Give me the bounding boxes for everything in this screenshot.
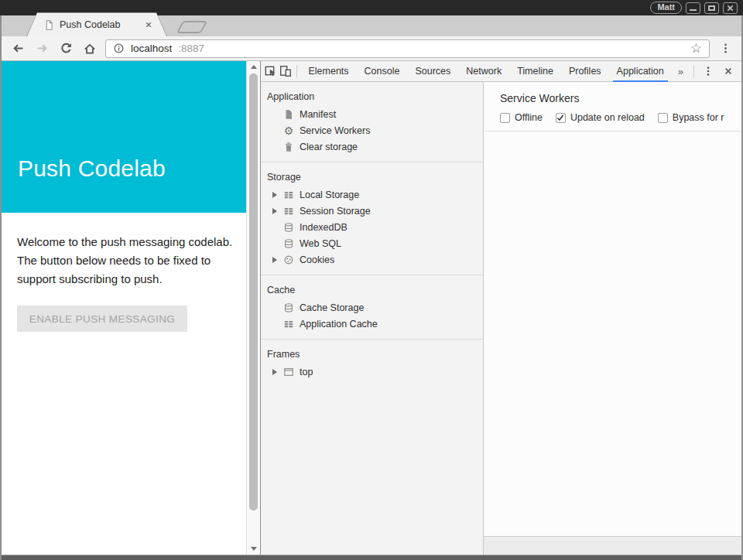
checkbox-icon[interactable]: [556, 113, 566, 123]
tab-elements[interactable]: Elements: [300, 61, 356, 82]
scrollbar-track[interactable]: [247, 73, 260, 543]
devtools-menu-button[interactable]: [698, 61, 718, 81]
menu-dots-icon: [720, 42, 731, 55]
address-bar[interactable]: localhost:8887 ☆: [105, 39, 710, 58]
checkbox-label: Bypass for r: [673, 112, 724, 123]
frame-icon: [282, 366, 295, 378]
enable-push-button[interactable]: ENABLE PUSH MESSAGING: [17, 306, 187, 332]
scroll-down-icon: [251, 547, 257, 551]
tab-console[interactable]: Console: [357, 61, 408, 82]
panel-title: Service Workers: [484, 82, 741, 112]
home-icon: [83, 42, 97, 56]
browser-menu-button[interactable]: [717, 40, 734, 57]
page-icon: [44, 19, 54, 31]
devtools-body: Application Manifest ⚙: [261, 82, 741, 555]
scroll-up-button[interactable]: [247, 61, 260, 73]
panel-bottom-strip: [484, 536, 741, 555]
back-button[interactable]: [9, 40, 26, 57]
sidebar-item-label: Cookies: [300, 254, 334, 265]
checkbox-icon[interactable]: [500, 113, 510, 123]
section-title: Cache: [261, 279, 483, 299]
scrollbar-thumb[interactable]: [249, 73, 258, 510]
reload-button[interactable]: [57, 40, 74, 57]
table-icon: [282, 189, 295, 201]
browser-toolbar: localhost:8887 ☆: [2, 36, 741, 61]
offline-checkbox[interactable]: Offline: [500, 112, 543, 123]
sidebar-item-clear-storage[interactable]: Clear storage: [261, 138, 483, 155]
file-icon: [282, 108, 295, 121]
devtools-close-button[interactable]: [718, 61, 738, 81]
gear-icon: ⚙: [282, 125, 295, 137]
sidebar-item-cookies[interactable]: Cookies: [261, 251, 483, 268]
page-title: Push Codelab: [18, 155, 246, 182]
sidebar-item-label: Cache Storage: [300, 302, 364, 313]
browser-window: Matt Push Codelab: [0, 0, 743, 560]
inspect-cursor-icon: [265, 65, 277, 77]
browser-tab[interactable]: Push Codelab: [26, 12, 167, 36]
user-badge: Matt: [650, 2, 682, 14]
cookie-icon: [282, 254, 295, 266]
arrow-slot: [272, 369, 282, 375]
inspect-element-button[interactable]: [264, 61, 278, 81]
sidebar-item-label: Local Storage: [300, 190, 359, 200]
sidebar-item-top-frame[interactable]: top: [261, 364, 483, 380]
sidebar-item-label: IndexedDB: [300, 222, 348, 233]
bookmark-star-icon[interactable]: ☆: [690, 43, 702, 55]
url-port: :8887: [178, 43, 204, 54]
disclosure-triangle-icon[interactable]: [272, 257, 277, 263]
minimize-button[interactable]: [686, 2, 700, 14]
scroll-up-icon: [251, 65, 257, 69]
tab-timeline[interactable]: Timeline: [509, 61, 561, 82]
checkbox-icon[interactable]: [658, 113, 668, 123]
new-tab-button[interactable]: [176, 21, 208, 33]
sidebar-item-cache-storage[interactable]: Cache Storage: [261, 299, 483, 316]
service-workers-toolbar: Offline Update on reload: [484, 112, 741, 131]
sidebar-item-application-cache[interactable]: Application Cache: [261, 316, 483, 332]
table-icon: [282, 205, 295, 217]
tab-application[interactable]: Application: [609, 61, 672, 82]
close-icon: [727, 5, 734, 12]
sidebar-item-label: Service Workers: [300, 125, 370, 136]
more-tabs-icon[interactable]: »: [672, 66, 690, 77]
sidebar-item-session-storage[interactable]: Session Storage: [261, 203, 483, 219]
application-sidebar: Application Manifest ⚙: [261, 82, 484, 555]
panel-empty-area: [484, 131, 741, 536]
info-icon[interactable]: [113, 43, 125, 54]
active-tab-underline: [613, 80, 668, 82]
close-window-button[interactable]: [723, 2, 738, 14]
page-body: Welcome to the push messaging codelab. T…: [2, 213, 246, 332]
forward-button[interactable]: [33, 40, 50, 57]
disclosure-triangle-icon[interactable]: [272, 192, 277, 198]
minimize-icon: [690, 9, 697, 11]
scroll-down-button[interactable]: [247, 543, 260, 555]
disclosure-triangle-icon[interactable]: [272, 369, 277, 375]
home-button[interactable]: [81, 40, 98, 57]
page-hero: Push Codelab: [2, 61, 246, 213]
device-toolbar-button[interactable]: [278, 61, 292, 81]
sidebar-item-local-storage[interactable]: Local Storage: [261, 186, 483, 203]
tab-profiles[interactable]: Profiles: [561, 61, 609, 82]
sidebar-section-cache: Cache Cache Storage: [261, 275, 483, 340]
database-icon: [282, 221, 295, 234]
tab-network[interactable]: Network: [458, 61, 509, 82]
sidebar-item-indexeddb[interactable]: IndexedDB: [261, 219, 483, 235]
menu-dots-icon: [703, 65, 714, 77]
sidebar-item-service-workers[interactable]: ⚙ Service Workers: [261, 122, 483, 138]
database-icon: [282, 237, 295, 250]
disclosure-triangle-icon[interactable]: [272, 208, 277, 214]
sidebar-item-label: Web SQL: [300, 238, 341, 249]
arrow-slot: [272, 257, 282, 263]
sidebar-item-manifest[interactable]: Manifest: [261, 106, 483, 122]
update-on-reload-checkbox[interactable]: Update on reload: [556, 112, 645, 123]
sidebar-item-label: Application Cache: [300, 319, 378, 330]
section-title: Frames: [261, 343, 483, 364]
tab-sources[interactable]: Sources: [407, 61, 458, 82]
tab-close-icon[interactable]: [145, 21, 152, 29]
maximize-button[interactable]: [704, 2, 719, 14]
toolbar-separator: [693, 65, 694, 77]
sidebar-item-web-sql[interactable]: Web SQL: [261, 235, 483, 251]
page-scrollbar[interactable]: [246, 61, 260, 555]
browser-frame: Push Codelab: [0, 15, 743, 560]
arrow-slot: [272, 192, 282, 198]
bypass-checkbox[interactable]: Bypass for r: [658, 112, 724, 123]
